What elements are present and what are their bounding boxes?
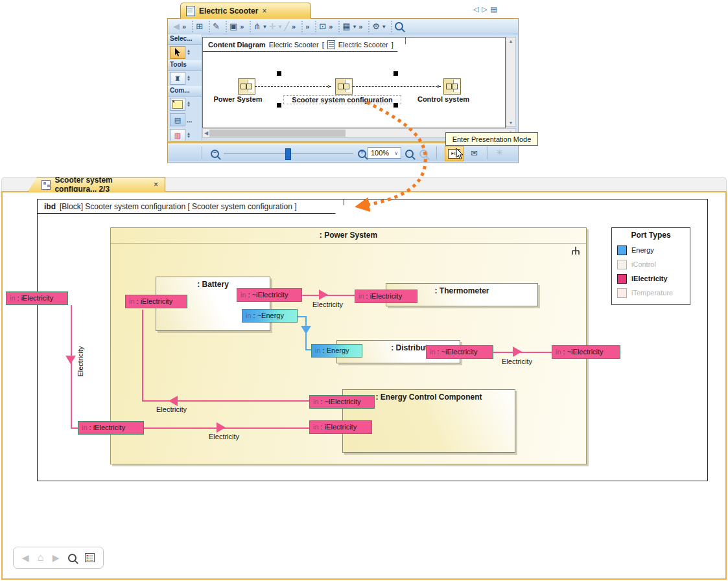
vertical-scrollbar[interactable]: ▲▼	[506, 37, 516, 127]
flow-label: Electricity	[502, 358, 532, 365]
itemperature-swatch	[617, 288, 627, 298]
dropdown-caret-icon[interactable]: ▾	[263, 21, 266, 32]
copy-icon[interactable]: ▣	[229, 21, 237, 32]
back-icon[interactable]: ◀	[173, 21, 180, 32]
legend-item-icontrol: iControl	[617, 257, 690, 271]
containment-tree-icon[interactable]: ⊞	[196, 21, 203, 32]
tab-nav-controls[interactable]: ◁▷▤	[473, 5, 500, 14]
dependency-connector[interactable]	[255, 86, 331, 87]
port-frame-ielectricity[interactable]: in: iElectricity	[6, 291, 68, 305]
diagram-node-icon-control-system[interactable]	[443, 78, 461, 95]
selection-handle[interactable]	[277, 71, 281, 76]
palette-spinner[interactable]: ▲▼	[187, 132, 191, 139]
stamp-tool-button[interactable]: ♜	[170, 72, 185, 85]
selection-handle[interactable]	[277, 103, 281, 108]
port-powersystem-left-ielectricity[interactable]: in: iElectricity	[78, 421, 144, 435]
overflow-chevron-icon[interactable]: »	[240, 23, 244, 30]
presentation-canvas[interactable]: ibd [Block] Scooter system configuration…	[1, 191, 727, 580]
tab-electric-scooter[interactable]: Electric Scooter ×	[180, 3, 311, 19]
port-battery-out-ielectricity[interactable]: in: ~iElectricity	[237, 288, 302, 302]
list-tool-button[interactable]: ▤	[170, 113, 185, 126]
connector-electricity-right[interactable]	[493, 352, 552, 353]
palette-section-common[interactable]: Com...	[168, 86, 202, 97]
chevron-down-icon: ∨	[394, 150, 398, 156]
edit-specification-icon[interactable]: ✎	[213, 21, 220, 32]
legend-label: iControl	[631, 260, 656, 268]
palette-section-tools[interactable]: Tools	[168, 60, 202, 71]
scroll-up-icon[interactable]: ▲	[509, 39, 513, 43]
legend-item-itemperature: iTemperature	[617, 286, 690, 300]
fit-zoom-icon[interactable]	[405, 150, 414, 158]
zoom-out-icon[interactable]: −	[211, 150, 219, 158]
select-tool-button[interactable]	[170, 46, 185, 59]
layout-icon[interactable]: ▦	[342, 21, 350, 32]
legend-label: Energy	[631, 246, 654, 254]
scroll-down-icon[interactable]: ▼	[509, 120, 513, 125]
dropdown-caret-icon[interactable]: ▾	[279, 21, 282, 32]
port-distributor-out-ielectricity[interactable]: in: ~iElectricity	[426, 345, 493, 359]
tab-close-icon[interactable]: ×	[154, 180, 158, 189]
connector-energy[interactable]	[305, 349, 311, 350]
nav-list-icon[interactable]	[85, 553, 95, 562]
palette-spinner[interactable]: ▲▼	[187, 75, 191, 82]
zoom-in-icon[interactable]: +	[358, 150, 366, 158]
selection-handle[interactable]	[393, 103, 398, 108]
nav-forward-icon[interactable]: ▶	[53, 553, 60, 563]
node-label-control-system[interactable]: Control system	[405, 95, 482, 103]
overflow-chevron-icon[interactable]: »	[329, 23, 333, 30]
overflow-chevron-icon[interactable]: »	[292, 23, 296, 30]
document-tool-button[interactable]: ▥	[170, 129, 185, 142]
zoom-1-1-icon[interactable]	[419, 150, 428, 158]
tab-close-icon[interactable]: ×	[262, 6, 266, 16]
node-label-power-system[interactable]: Power System	[199, 95, 277, 103]
port-ecc-out-ielectricity[interactable]: in: ~iElectricity	[309, 395, 375, 409]
port-distributor-energy[interactable]: in: Energy	[311, 344, 362, 358]
connector-electricity-left[interactable]	[71, 305, 72, 428]
node-label-scooter-config[interactable]: Scooter system configuration	[283, 95, 401, 104]
diagram-document-icon	[327, 40, 335, 49]
content-diagram-canvas[interactable]: Content Diagram Electric Scooter [ Elect…	[202, 37, 506, 128]
connector-electricity-bottom[interactable]	[144, 427, 309, 429]
nav-back-icon[interactable]: ◀	[22, 553, 29, 563]
diagram-context: Electric Scooter	[338, 41, 388, 49]
divider	[436, 146, 437, 159]
connector-electricity-mid[interactable]	[142, 400, 311, 402]
scrollbar-thumb[interactable]	[209, 130, 346, 137]
nav-search-icon[interactable]	[68, 554, 76, 562]
note-tool-button[interactable]	[170, 98, 185, 111]
tab-title: Electric Scooter	[199, 6, 258, 16]
port-battery-ielectricity[interactable]: in: iElectricity	[125, 295, 187, 308]
overflow-chevron-icon[interactable]: »	[182, 23, 186, 30]
hierarchy-icon[interactable]: ⋔	[253, 21, 261, 32]
zoom-slider-thumb[interactable]	[285, 148, 291, 160]
stamp-icon: ♜	[174, 74, 181, 83]
diagram-node-icon-scooter-config[interactable]	[335, 78, 353, 95]
selection-handle[interactable]	[393, 71, 398, 76]
resize-icon[interactable]: ⊡	[319, 21, 326, 32]
zoom-level-select[interactable]: 100% ∨	[368, 147, 401, 159]
scroll-left-icon[interactable]: ◀	[204, 130, 208, 136]
port-powersystem-right-ielectricity[interactable]: in: ~iElectricity	[552, 345, 620, 359]
report-issue-button[interactable]: ✉	[465, 146, 484, 161]
palette-section-selection[interactable]: Selec...	[168, 34, 202, 45]
overflow-chevron-icon[interactable]: »	[358, 23, 362, 30]
palette-spinner[interactable]: ▲▼	[187, 101, 191, 108]
dropdown-caret-icon[interactable]: ▾	[353, 21, 357, 32]
tab-scooter-system-configuration[interactable]: Scooter system configura... 2/3 ×	[28, 177, 165, 192]
gear-icon[interactable]: ⚙	[372, 21, 380, 32]
overflow-chevron-icon[interactable]: »	[305, 23, 309, 30]
dropdown-caret-icon[interactable]: ▾	[382, 21, 386, 32]
add-related-icon[interactable]: ✛	[269, 21, 276, 32]
link-icon[interactable]: ╱	[284, 21, 289, 32]
connector-electricity-mid[interactable]	[142, 310, 143, 402]
palette-spinner[interactable]: ▲▼	[187, 49, 191, 56]
dependency-connector[interactable]	[353, 86, 441, 87]
port-thermometer-ielectricity[interactable]: in: iElectricity	[355, 290, 417, 303]
nav-home-icon[interactable]: ⌂	[38, 552, 44, 564]
port-battery-energy[interactable]: in: ~Energy	[242, 309, 298, 323]
port-ecc-in-ielectricity[interactable]: in: iElectricity	[309, 420, 372, 434]
connector-electricity-top[interactable]	[302, 295, 355, 296]
diagram-node-icon-power-system[interactable]	[238, 78, 255, 95]
search-icon[interactable]	[395, 22, 403, 30]
palette-more[interactable]: ...	[187, 117, 192, 124]
